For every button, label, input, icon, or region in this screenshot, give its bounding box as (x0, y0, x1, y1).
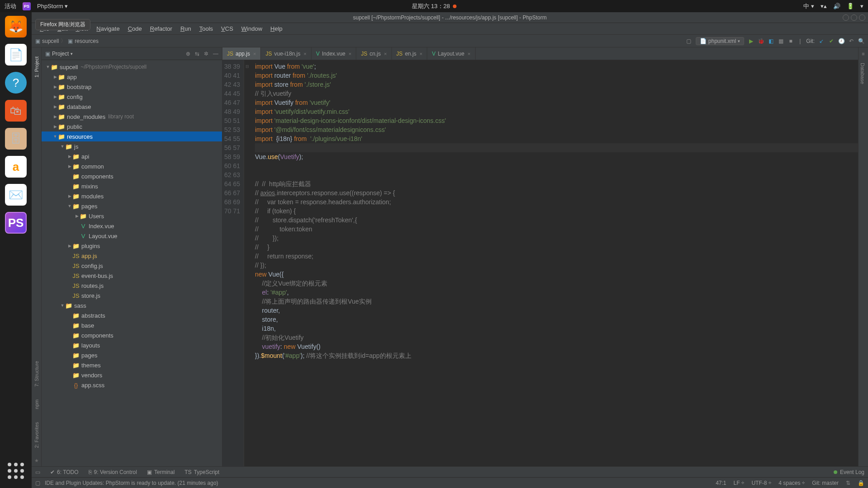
favorites-tool-button[interactable]: 2: Favorites (34, 422, 39, 448)
project-tool-button[interactable]: 1: Project (34, 56, 39, 77)
tree-item[interactable]: 📁vendors (42, 370, 222, 380)
dock-amazon-icon[interactable]: a (5, 156, 27, 178)
dock-libreoffice-icon[interactable]: 📄 (5, 44, 27, 66)
tree-item[interactable]: JSapp.js (42, 251, 222, 261)
tree-item[interactable]: VIndex.vue (42, 221, 222, 231)
stop-icon[interactable]: ■ (788, 38, 794, 44)
expand-icon[interactable]: ⇆ (195, 51, 199, 57)
menu-tools[interactable]: Tools (196, 24, 217, 33)
caret-position[interactable]: 47:1 (716, 480, 726, 486)
tree-item[interactable]: ▶📁bootstrap (42, 82, 222, 92)
tree-item[interactable]: 📁mixins (42, 181, 222, 191)
todo-tool-button[interactable]: ✔ 6: TODO (50, 469, 79, 475)
close-tab-icon[interactable]: × (384, 51, 387, 56)
tree-item[interactable]: ▶📁plugins (42, 241, 222, 251)
vcs-revert-icon[interactable]: ↶ (848, 38, 854, 44)
network-icon[interactable]: ▾▴ (821, 3, 827, 9)
tree-item[interactable]: ▶📁node_moduleslibrary root (42, 112, 222, 122)
terminal-tool-button[interactable]: ▣ Terminal (147, 469, 175, 475)
debug-icon[interactable]: 🐞 (758, 38, 764, 44)
dock-thunderbird-icon[interactable]: ✉️ (5, 184, 27, 206)
tree-item[interactable]: 📁base (42, 320, 222, 330)
lock-icon[interactable]: 🔒 (858, 480, 864, 486)
tree-item[interactable]: ▼📁supcell~/PhpstormProjects/supcell (42, 62, 222, 72)
pane-title[interactable]: Project (52, 51, 69, 57)
typescript-tool-button[interactable]: TS TypeScript (184, 469, 219, 475)
vcs-commit-icon[interactable]: ✔ (828, 38, 835, 44)
close-tab-icon[interactable]: × (349, 51, 351, 56)
close-tab-icon[interactable]: × (467, 51, 470, 56)
app-menu[interactable]: PhpStorm ▾ (37, 3, 68, 9)
coverage-icon[interactable]: ◧ (768, 38, 774, 44)
tree-item[interactable]: ▶📁modules (42, 191, 222, 201)
run-config-selector[interactable]: 📄 phpunit.xml ▾ (696, 37, 744, 45)
editor-tab[interactable]: VLayout.vue× (427, 47, 475, 60)
indent-setting[interactable]: 4 spaces ÷ (778, 480, 805, 486)
ime-indicator[interactable]: 中 ▾ (803, 2, 814, 10)
dock-help-icon[interactable]: ? (5, 72, 27, 94)
code-content[interactable]: import Vue from 'vue';import router from… (250, 60, 858, 466)
editor-tab[interactable]: JSvue-i18n.js× (261, 47, 311, 60)
tree-item[interactable]: VLayout.vue (42, 231, 222, 241)
menu-refactor[interactable]: Refactor (146, 24, 176, 33)
tree-item[interactable]: JSstore.js (42, 291, 222, 300)
close-tab-icon[interactable]: × (253, 51, 256, 56)
tree-item[interactable]: JSconfig.js (42, 261, 222, 271)
tree-item[interactable]: ▼📁resources (42, 131, 222, 141)
tree-item[interactable]: 📁pages (42, 350, 222, 360)
tree-item[interactable]: 📁themes (42, 360, 222, 370)
dock-firefox-icon[interactable]: 🦊 (5, 16, 27, 38)
settings-icon[interactable]: ✲ (204, 51, 208, 57)
tree-item[interactable]: ▶📁app (42, 72, 222, 82)
profiler-icon[interactable]: ▦ (778, 38, 784, 44)
maximize-button[interactable] (851, 14, 857, 21)
menu-code[interactable]: Code (124, 24, 146, 33)
hide-icon[interactable]: — (213, 51, 218, 57)
messages-icon[interactable]: ▭ (35, 469, 40, 475)
editor-tab[interactable]: JScn.js× (356, 47, 392, 60)
locate-icon[interactable]: ⊕ (186, 51, 190, 57)
search-everywhere-icon[interactable]: 🔍 (858, 38, 864, 44)
minimize-button[interactable] (843, 14, 849, 21)
tree-item[interactable]: ▶📁Users (42, 211, 222, 221)
vcs-tool-button[interactable]: ⎘ 9: Version Control (89, 469, 137, 475)
editor-tab[interactable]: JSen.js× (392, 47, 428, 60)
database-tool-button[interactable]: Database (860, 63, 865, 84)
fold-gutter[interactable]: ⊟ (244, 60, 250, 466)
tree-item[interactable]: 📁components (42, 330, 222, 340)
file-encoding[interactable]: UTF-8 ÷ (751, 480, 771, 486)
dock-show-apps-icon[interactable] (5, 460, 27, 482)
tree-item[interactable]: 📁layouts (42, 340, 222, 350)
tree-item[interactable]: ▶📁public (42, 122, 222, 131)
tree-item[interactable]: 📁components (42, 171, 222, 181)
dock-files-icon[interactable]: 🗄 (5, 128, 27, 150)
tree-item[interactable]: ▼📁pages (42, 201, 222, 211)
breadcrumb-item[interactable]: ▣ resources (68, 38, 99, 44)
tree-item[interactable]: ▶📁common (42, 161, 222, 171)
menu-navigate[interactable]: Navigate (93, 24, 123, 33)
tree-item[interactable]: ▶📁api (42, 151, 222, 161)
project-tree[interactable]: ▼📁supcell~/PhpstormProjects/supcell▶📁app… (42, 60, 222, 466)
tree-item[interactable]: ▼📁sass (42, 300, 222, 310)
editor-tab[interactable]: VIndex.vue× (311, 47, 357, 60)
editor-tab[interactable]: JSapp.js× (222, 47, 261, 60)
breadcrumb-item[interactable]: ▣ supcell (35, 38, 59, 44)
menu-help[interactable]: Help (267, 24, 286, 33)
line-separator[interactable]: LF ÷ (734, 480, 745, 486)
activities-button[interactable]: 活动 (5, 2, 16, 10)
vcs-update-icon[interactable]: ↙ (818, 38, 825, 44)
close-button[interactable] (859, 14, 865, 21)
dock-software-icon[interactable]: 🛍 (5, 100, 27, 122)
vcs-history-icon[interactable]: 🕘 (838, 38, 844, 44)
battery-icon[interactable]: 🔋 (847, 3, 854, 9)
status-hide-icon[interactable]: ▢ (35, 480, 40, 486)
tree-item[interactable]: ▼📁js (42, 141, 222, 151)
structure-tool-button[interactable]: 7: Structure (34, 361, 39, 387)
clock[interactable]: 星期六 13：28 (412, 2, 450, 10)
event-log-button[interactable]: Event Log (840, 469, 864, 475)
menu-window[interactable]: Window (238, 24, 266, 33)
volume-icon[interactable]: 🔊 (833, 3, 840, 9)
tree-item[interactable]: JSevent-bus.js (42, 271, 222, 281)
tree-item[interactable]: ▶📁config (42, 92, 222, 102)
tree-item[interactable]: ▶📁database (42, 102, 222, 112)
